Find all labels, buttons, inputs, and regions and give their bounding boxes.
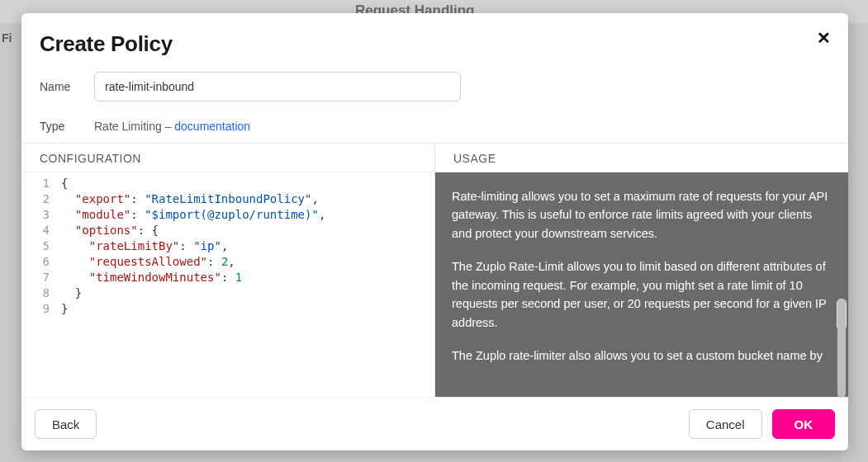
documentation-link[interactable]: documentation bbox=[174, 120, 250, 133]
code-line[interactable]: 8 } bbox=[21, 285, 434, 301]
cancel-button[interactable]: Cancel bbox=[689, 409, 762, 439]
usage-scrollbar[interactable] bbox=[837, 299, 847, 331]
name-label: Name bbox=[40, 80, 76, 93]
modal-footer: Back Cancel OK bbox=[21, 397, 848, 450]
json-editor[interactable]: 1{2 "export": "RateLimitInboundPolicy",3… bbox=[21, 172, 434, 397]
line-number: 5 bbox=[21, 238, 61, 254]
line-number: 7 bbox=[21, 270, 61, 285]
code-content[interactable]: "module": "$import(@zuplo/runtime)", bbox=[61, 207, 325, 223]
code-line[interactable]: 9} bbox=[21, 301, 434, 317]
policy-name-input[interactable] bbox=[94, 72, 461, 101]
line-number: 9 bbox=[21, 301, 61, 317]
name-row: Name bbox=[21, 57, 848, 101]
usage-panel: USAGE Rate-limiting allows you to set a … bbox=[435, 144, 848, 397]
code-content[interactable]: { bbox=[61, 176, 68, 191]
usage-paragraph: Rate-limiting allows you to set a maximu… bbox=[452, 187, 832, 243]
type-label: Type bbox=[40, 120, 76, 133]
usage-paragraph: The Zuplo rate-limiter also allows you t… bbox=[452, 346, 832, 365]
code-content[interactable]: "rateLimitBy": "ip", bbox=[61, 238, 228, 254]
line-number: 1 bbox=[21, 176, 61, 191]
code-content[interactable]: "requestsAllowed": 2, bbox=[61, 254, 235, 270]
usage-header: USAGE bbox=[435, 144, 848, 172]
code-content[interactable]: "timeWindowMinutes": 1 bbox=[61, 270, 242, 285]
line-number: 4 bbox=[21, 223, 61, 238]
code-line[interactable]: 3 "module": "$import(@zuplo/runtime)", bbox=[21, 207, 434, 223]
code-line[interactable]: 7 "timeWindowMinutes": 1 bbox=[21, 270, 434, 285]
back-button[interactable]: Back bbox=[35, 409, 97, 439]
modal-title: Create Policy bbox=[40, 31, 830, 57]
type-separator: – bbox=[162, 120, 175, 133]
code-line[interactable]: 2 "export": "RateLimitInboundPolicy", bbox=[21, 191, 434, 207]
code-line[interactable]: 6 "requestsAllowed": 2, bbox=[21, 254, 434, 270]
ok-button[interactable]: OK bbox=[772, 409, 836, 439]
line-number: 6 bbox=[21, 254, 61, 270]
code-line[interactable]: 5 "rateLimitBy": "ip", bbox=[21, 238, 434, 254]
close-icon[interactable]: ✕ bbox=[813, 28, 833, 48]
code-content[interactable]: } bbox=[61, 285, 82, 301]
line-number: 2 bbox=[21, 191, 61, 207]
code-content[interactable]: "options": { bbox=[61, 223, 159, 238]
line-number: 3 bbox=[21, 207, 61, 223]
line-number: 8 bbox=[21, 285, 61, 301]
type-row: Type Rate Limiting – documentation bbox=[21, 101, 848, 143]
usage-text: Rate-limiting allows you to set a maximu… bbox=[435, 172, 848, 397]
type-value: Rate Limiting bbox=[94, 120, 162, 133]
usage-paragraph: The Zuplo Rate-Limit allows you to limit… bbox=[452, 257, 832, 332]
code-line[interactable]: 1{ bbox=[21, 176, 434, 191]
code-content[interactable]: } bbox=[61, 301, 68, 317]
sidebar-fragment: Fi bbox=[0, 25, 17, 45]
configuration-header: CONFIGURATION bbox=[21, 144, 434, 172]
code-line[interactable]: 4 "options": { bbox=[21, 223, 434, 238]
create-policy-modal: ✕ Create Policy Name Type Rate Limiting … bbox=[21, 13, 848, 450]
usage-scroll-thumb[interactable] bbox=[837, 299, 846, 398]
configuration-panel: CONFIGURATION 1{2 "export": "RateLimitIn… bbox=[21, 144, 435, 397]
code-content[interactable]: "export": "RateLimitInboundPolicy", bbox=[61, 191, 319, 207]
